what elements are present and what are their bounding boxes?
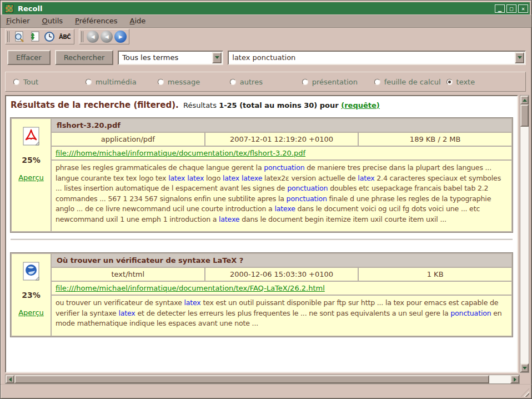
close-button[interactable]: ✕ xyxy=(518,4,528,13)
filter-radio-feuille-de-calcul[interactable]: feuille de calcul xyxy=(374,78,446,86)
sort-parameters-icon[interactable] xyxy=(28,30,41,43)
preview-link[interactable]: Aperçu xyxy=(18,308,44,317)
results-list: 25% Aperçu flshort-3.20.pdf application/… xyxy=(6,118,517,337)
results-title: Résultats de la recherche (filtered). xyxy=(11,100,179,110)
query-link[interactable]: (requête) xyxy=(341,101,380,109)
menu-item-outils[interactable]: Outils xyxy=(42,17,63,25)
filter-radio-label: feuille de calcul xyxy=(384,78,441,86)
next-page-icon[interactable]: ▶ xyxy=(114,31,127,43)
results-count-prefix: Résultats xyxy=(183,101,219,109)
title-bar: Recoll ▁ □ ✕ xyxy=(2,2,530,14)
clear-button[interactable]: Effacer xyxy=(7,50,51,65)
highlighted-term: latex xyxy=(223,174,239,182)
radio-icon[interactable] xyxy=(13,79,19,85)
radio-icon[interactable] xyxy=(302,79,308,85)
vertical-scrollbar-thumb[interactable] xyxy=(520,104,529,127)
highlighted-term: ponctuation xyxy=(450,309,491,317)
filter-radio-label: autres xyxy=(240,78,263,86)
result-entry-sidebar: 23% Aperçu xyxy=(12,254,51,336)
scroll-left-icon[interactable] xyxy=(6,375,14,383)
snippet-text: logo xyxy=(204,174,223,182)
menu-item-aide[interactable]: Aide xyxy=(130,17,146,25)
horizontal-scrollbar-thumb[interactable] xyxy=(14,375,489,383)
resize-grip-icon[interactable] xyxy=(521,388,529,397)
filter-radio-tout[interactable]: Tout xyxy=(13,78,86,86)
result-entry-sidebar: 25% Aperçu xyxy=(12,119,51,231)
result-url-link[interactable]: file:///home/michael/informatique/docume… xyxy=(56,284,325,292)
result-date: 2007-12-01 12:19:20 +0100 xyxy=(205,133,358,146)
toolbar-handle[interactable] xyxy=(7,31,9,42)
relevance-percent: 25% xyxy=(22,156,41,164)
results-panel: Résultats de la recherche (filtered). Ré… xyxy=(5,95,518,373)
search-button[interactable]: Rechercher xyxy=(55,50,114,65)
highlighted-term: latexe xyxy=(274,205,295,213)
filter-radio-multime-dia[interactable]: multimédia xyxy=(86,78,158,86)
menu-item-preferences[interactable]: Préférences xyxy=(75,17,117,25)
result-snippet: phrase les regles grammaticales de chaqu… xyxy=(52,161,511,231)
results-header: Résultats de la recherche (filtered). Ré… xyxy=(6,96,517,116)
window-title: Recoll xyxy=(18,4,42,13)
scroll-up-icon[interactable] xyxy=(520,96,529,104)
file-type-icon xyxy=(22,262,41,282)
results-count-range: 1-25 (total au moins 30) pour xyxy=(219,101,341,109)
highlighted-term: latex xyxy=(358,174,374,182)
scroll-right-icon[interactable] xyxy=(510,375,519,383)
result-entry: 25% Aperçu flshort-3.20.pdf application/… xyxy=(11,118,513,232)
result-url-link[interactable]: file:///home/michael/informatique/docume… xyxy=(56,149,305,157)
menu-item-fichier[interactable]: Fichier xyxy=(6,17,30,25)
result-date: 2000-12-06 15:03:30 +0100 xyxy=(205,268,358,281)
previous-page-icon[interactable]: ◀ xyxy=(101,31,113,43)
radio-icon[interactable] xyxy=(86,79,92,85)
highlighted-term: latexe xyxy=(219,215,239,223)
result-entry: 23% Aperçu Où trouver un vérificateur de… xyxy=(11,253,513,337)
highlighted-term: ponctuation xyxy=(264,163,304,172)
toolbar-handle[interactable] xyxy=(81,31,83,42)
chevron-down-icon[interactable] xyxy=(212,52,222,63)
result-size: 189 KB / 2 MB xyxy=(359,133,511,146)
filter-radio-label: présentation xyxy=(312,78,358,86)
file-type-icon xyxy=(22,127,41,147)
search-row: Effacer Rechercher Tous les termes xyxy=(1,46,531,67)
result-info-row: text/html 2000-12-06 15:03:30 +0100 1 KB xyxy=(52,268,511,281)
result-snippet: ou trouver un verificateur de syntaxe la… xyxy=(52,296,511,336)
filter-radio-label: Tout xyxy=(23,78,38,86)
result-mime-type: application/pdf xyxy=(52,133,204,146)
search-mode-value: Tous les termes xyxy=(122,53,178,62)
horizontal-scrollbar[interactable] xyxy=(5,375,520,384)
status-strip xyxy=(1,384,531,398)
history-clock-icon[interactable] xyxy=(43,30,56,43)
toolbar: ÂBĈ ◀ ◀ ▶ xyxy=(1,28,531,46)
filter-radio-texte[interactable]: texte xyxy=(446,78,522,86)
filter-radio-label: texte xyxy=(456,78,475,86)
category-filter-panel: Toutmultimédiamessageautresprésentationf… xyxy=(5,72,526,92)
snippet-text: latex2ε version actuelle de xyxy=(262,174,358,182)
horizontal-scrollbar-track[interactable] xyxy=(489,375,510,383)
term-explorer-icon[interactable]: ÂBĈ xyxy=(58,30,72,43)
filter-radio-message[interactable]: message xyxy=(158,78,230,86)
maximize-button[interactable]: □ xyxy=(506,4,516,13)
filter-radio-autres[interactable]: autres xyxy=(230,78,302,86)
filter-radio-pre-sentation[interactable]: présentation xyxy=(302,78,374,86)
radio-icon[interactable] xyxy=(230,79,236,85)
highlighted-term: latexe xyxy=(242,174,262,182)
result-url-row: file:///home/michael/informatique/docume… xyxy=(52,282,511,295)
scroll-down-icon[interactable] xyxy=(520,363,529,372)
highlighted-term: latex xyxy=(187,174,204,182)
chevron-down-icon[interactable] xyxy=(515,52,524,63)
vertical-scrollbar[interactable] xyxy=(520,95,529,373)
highlighted-term: latex xyxy=(168,174,185,182)
radio-icon[interactable] xyxy=(158,79,164,85)
recoll-window: Recoll ▁ □ ✕ FichierOutilsPréférencesAid… xyxy=(0,0,532,399)
search-input[interactable] xyxy=(232,52,515,64)
toolbar-group-navigation: ◀ ◀ ▶ xyxy=(79,29,129,44)
first-page-icon[interactable]: ◀ xyxy=(87,31,99,43)
radio-icon[interactable] xyxy=(374,79,380,85)
preview-link[interactable]: Aperçu xyxy=(18,173,44,182)
highlighted-term: latex xyxy=(118,309,135,317)
minimize-button[interactable]: ▁ xyxy=(495,4,505,13)
vertical-scrollbar-track[interactable] xyxy=(520,127,529,363)
advanced-search-icon[interactable] xyxy=(13,30,26,43)
radio-selected-icon[interactable] xyxy=(446,79,453,85)
search-mode-select[interactable]: Tous les termes xyxy=(118,51,223,65)
result-url-row: file:///home/michael/informatique/docume… xyxy=(52,147,511,159)
